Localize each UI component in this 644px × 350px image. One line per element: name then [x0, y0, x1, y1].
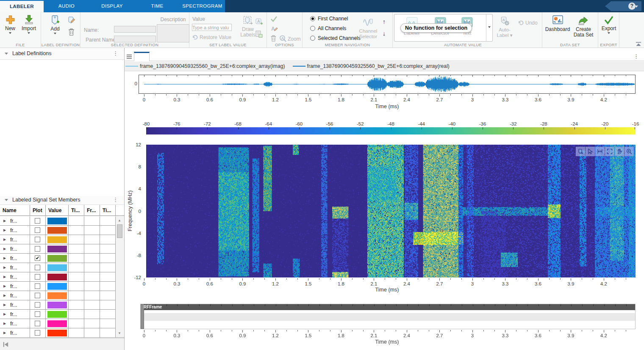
- cell-fr[interactable]: [84, 310, 100, 319]
- cell-value[interactable]: [46, 254, 69, 263]
- cell-name[interactable]: ▶ fr...: [0, 291, 30, 300]
- cell-name[interactable]: ▶ fr...: [0, 310, 30, 319]
- accept-button[interactable]: [270, 16, 278, 23]
- panner-track-band[interactable]: [141, 313, 635, 321]
- cell-t2[interactable]: [100, 291, 116, 300]
- delete-value-button[interactable]: [270, 35, 277, 43]
- color-swatch[interactable]: [47, 255, 67, 262]
- label-tool-button[interactable]: [576, 147, 585, 156]
- legend-entry[interactable]: frame_138769090459325560_bw_25E+6:comple…: [293, 63, 450, 69]
- radio-all-channels[interactable]: All Channels: [310, 25, 346, 31]
- expand-row-icon[interactable]: ▶: [3, 331, 6, 335]
- cell-t2[interactable]: [100, 328, 116, 338]
- previous-member-button[interactable]: ↑: [383, 18, 386, 25]
- expand-row-icon[interactable]: ▶: [3, 238, 6, 241]
- cell-t1[interactable]: [69, 272, 84, 282]
- table-row[interactable]: ▶ fr...: [0, 216, 116, 226]
- cell-t1[interactable]: [69, 226, 84, 235]
- cell-value[interactable]: [46, 328, 69, 338]
- cell-fr[interactable]: [84, 254, 100, 263]
- members-table-scrollbar[interactable]: ▲ ▼: [116, 216, 124, 338]
- label-definitions-header[interactable]: Label Definitions ⋮: [0, 48, 124, 60]
- table-row[interactable]: ▶ fr...: [0, 300, 116, 310]
- add-value-tag-button[interactable]: A: [255, 17, 263, 27]
- plot-checkbox[interactable]: [35, 330, 40, 336]
- plot-checkbox[interactable]: [35, 321, 40, 326]
- waveform-canvas[interactable]: [139, 75, 635, 93]
- cell-fr[interactable]: [84, 263, 100, 272]
- members-collapse-icon[interactable]: [5, 199, 8, 203]
- radio-first-channel[interactable]: First Channel: [310, 16, 348, 22]
- plot-checkbox[interactable]: [35, 246, 40, 252]
- plot-checkbox[interactable]: [35, 265, 40, 270]
- column-header-fr[interactable]: Fr...: [84, 205, 100, 216]
- collapse-panel-button[interactable]: [3, 342, 9, 349]
- cell-t2[interactable]: [100, 226, 116, 235]
- cell-value[interactable]: [46, 244, 69, 254]
- cell-t2[interactable]: [100, 300, 116, 310]
- channel-selector-button[interactable]: Channel Selector: [359, 16, 378, 39]
- cell-t2[interactable]: [100, 282, 116, 291]
- edit-value-button[interactable]: A: [271, 25, 278, 34]
- table-row[interactable]: ▶ fr...: [0, 244, 116, 254]
- radio-selected-channels[interactable]: Selected Channels: [310, 35, 361, 41]
- cell-fr[interactable]: [84, 282, 100, 291]
- cell-fr[interactable]: [84, 328, 100, 338]
- scrollbar-thumb[interactable]: [117, 224, 122, 238]
- cell-t2[interactable]: [100, 235, 116, 244]
- label-definitions-collapse-icon[interactable]: [5, 53, 8, 56]
- cell-t2[interactable]: [100, 310, 116, 319]
- panner[interactable]: RFFrame: [140, 304, 636, 329]
- cell-t1[interactable]: [69, 235, 84, 244]
- table-row[interactable]: ▶ fr...: [0, 328, 116, 338]
- cell-t2[interactable]: [100, 263, 116, 272]
- cell-fr[interactable]: [84, 216, 100, 226]
- restore-value-button[interactable]: Restore Value: [192, 34, 231, 40]
- value-sheet-button[interactable]: [255, 30, 263, 39]
- display-tab[interactable]: [134, 52, 150, 61]
- fit-view-button[interactable]: [605, 147, 614, 156]
- cell-value[interactable]: [46, 300, 69, 310]
- zoom-in-button[interactable]: [625, 147, 634, 156]
- cell-value[interactable]: [46, 282, 69, 291]
- color-swatch[interactable]: [47, 320, 67, 327]
- column-header-t2[interactable]: Ti...: [100, 205, 116, 216]
- table-row[interactable]: ▶ fr...: [0, 319, 116, 328]
- table-row[interactable]: ▶ fr...: [0, 235, 116, 244]
- cell-value[interactable]: [46, 319, 69, 328]
- scroll-down-icon[interactable]: ▼: [118, 331, 121, 335]
- spectrogram-canvas[interactable]: [146, 145, 636, 277]
- delete-label-definition-button[interactable]: [68, 28, 75, 37]
- cell-t1[interactable]: [69, 328, 84, 338]
- table-row[interactable]: ▶ fr...: [0, 291, 116, 300]
- members-menu-icon[interactable]: ⋮: [113, 196, 118, 203]
- cell-t2[interactable]: [100, 216, 116, 226]
- cell-value[interactable]: [46, 272, 69, 282]
- import-button[interactable]: Import: [19, 15, 39, 35]
- cell-fr[interactable]: [84, 272, 100, 282]
- tab-time[interactable]: TIME: [135, 0, 180, 12]
- column-header-name[interactable]: Name: [0, 205, 30, 216]
- legend-entry[interactable]: frame_138769090459325560_bw_25E+6:comple…: [125, 63, 285, 69]
- new-button[interactable]: New: [1, 15, 19, 35]
- cell-name[interactable]: ▶ fr...: [0, 328, 30, 338]
- cell-name[interactable]: ▶ fr...: [0, 319, 30, 328]
- tab-audio[interactable]: AUDIO: [44, 0, 89, 12]
- waveform-plot[interactable]: [139, 75, 636, 94]
- cell-t1[interactable]: [69, 282, 84, 291]
- table-row[interactable]: ▶ fr... ✔: [0, 254, 116, 263]
- scroll-up-icon[interactable]: ▲: [118, 218, 121, 222]
- color-swatch[interactable]: [47, 218, 67, 224]
- cell-value[interactable]: [46, 263, 69, 272]
- panner-top-bar[interactable]: [141, 304, 635, 310]
- color-swatch[interactable]: [47, 311, 67, 318]
- tab-spectrogram[interactable]: SPECTROGRAM: [180, 0, 225, 12]
- edit-label-definition-button[interactable]: [67, 16, 75, 25]
- draw-labels-button[interactable]: Draw Labels: [239, 16, 257, 38]
- expand-row-icon[interactable]: ▶: [3, 303, 6, 307]
- description-field[interactable]: [157, 24, 189, 42]
- auto-label-button[interactable]: A Auto- Label ▾: [496, 16, 514, 38]
- color-swatch[interactable]: [47, 302, 67, 308]
- column-header-value[interactable]: Value: [46, 205, 69, 216]
- expand-row-icon[interactable]: ▶: [3, 275, 6, 279]
